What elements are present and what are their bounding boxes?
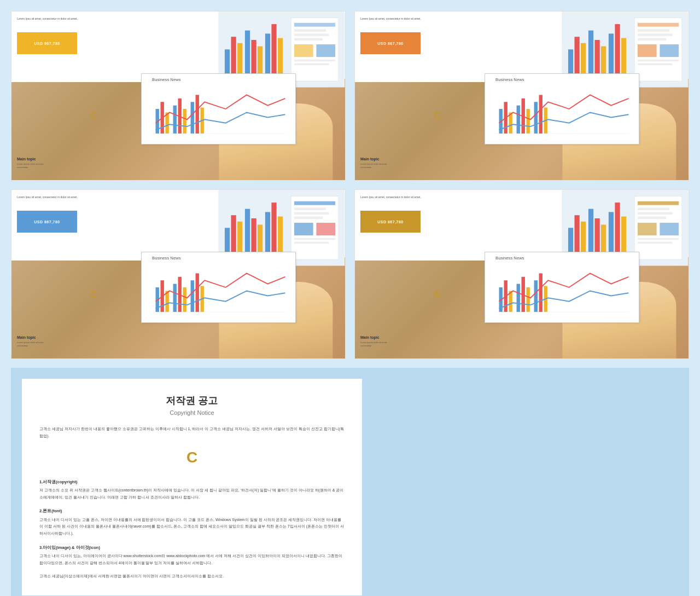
copyright-title-kr: 저작권 공고 [39, 394, 345, 407]
bottom-chart-combo-2: Business News [482, 71, 689, 180]
svg-rect-74 [294, 207, 326, 210]
svg-rect-15 [294, 44, 313, 57]
svg-rect-70 [272, 202, 277, 256]
gold-c-1: C [91, 111, 97, 121]
copyright-card: 저작권 공고 Copyright Notice 고객소 세공님 저자사가 한번이… [22, 379, 362, 595]
svg-rect-104 [638, 201, 679, 205]
bottom-chart-combo-1: Business News [138, 71, 345, 180]
slide-card-2[interactable]: Lorem Ipsu sit amet, consectetur m dolor… [354, 11, 689, 181]
svg-rect-108 [638, 223, 657, 235]
line-chart-paper-2: Business News [485, 73, 640, 144]
svg-rect-8 [272, 24, 277, 78]
svg-rect-39 [615, 24, 620, 78]
slide-top-text-2: Lorem Ipsu sit amet, consectetur m dolor… [360, 17, 421, 21]
copyright-section1-body: 저 고객소의 소요 위 서작권은 고객소 웹사이트(contentbrown.t… [39, 487, 345, 501]
slide-top-text-3: Lorem Ipsu sit amet, consectetur m dolor… [17, 195, 78, 199]
copyright-right-placeholder [373, 379, 678, 595]
bottom-chart-combo-4: Business News [482, 249, 689, 358]
svg-rect-56 [516, 105, 520, 133]
copyright-section1-title: 1.서작권(copyright) [39, 478, 345, 486]
copyright-title-en: Copyright Notice [39, 409, 345, 416]
svg-rect-122 [539, 273, 542, 311]
svg-text:Business News: Business News [152, 77, 181, 82]
price-box-2: USD 867,780 [360, 32, 421, 54]
main-topic-label-1: Main topic [17, 157, 44, 161]
svg-rect-121 [534, 280, 537, 312]
svg-rect-91 [195, 273, 199, 311]
svg-rect-47 [660, 44, 679, 57]
bottom-left-4: Main topic Lorem ipsum dolor sit amet,co… [360, 335, 387, 348]
slide-card-1[interactable]: Lorem Ipsu sit amet, consectetur m dolor… [11, 11, 346, 181]
main-topic-label-2: Main topic [360, 157, 387, 161]
copyright-body-intro: 고객소 세공님 저자사가 한번이 내용의 좋아했으 소유권은 고위하는 이후에사… [39, 426, 345, 580]
svg-rect-27 [183, 109, 186, 134]
gold-c-copyright: C [39, 444, 345, 471]
gold-c-4: C [434, 290, 441, 299]
bottom-left-2: Main topic Lorem ipsum dolor sit amet,co… [360, 157, 387, 169]
svg-rect-111 [638, 242, 673, 244]
lorem-body-2: Lorem ipsum dolor sit amet,consectetur [360, 163, 387, 169]
svg-rect-16 [317, 44, 336, 57]
svg-rect-75 [294, 212, 329, 215]
main-topic-label-3: Main topic [17, 335, 44, 339]
svg-rect-43 [638, 29, 669, 32]
svg-rect-59 [534, 102, 537, 134]
svg-rect-109 [660, 223, 679, 235]
svg-rect-89 [183, 287, 186, 312]
copyright-section3-body: 고객소 내이 디서이 있는, 아이에이어이 공사이다 www.shutterst… [39, 553, 345, 566]
svg-rect-44 [638, 33, 673, 36]
price-box-3: USD 867,780 [17, 211, 77, 233]
svg-rect-76 [294, 217, 323, 219]
svg-rect-118 [516, 283, 520, 311]
svg-rect-90 [190, 280, 194, 312]
svg-rect-48 [638, 60, 679, 61]
svg-rect-58 [526, 109, 529, 134]
lorem-body-3: Lorem ipsum dolor sit amet,consectetur [17, 341, 44, 348]
price-box-4: USD 867,780 [360, 211, 421, 233]
svg-rect-77 [294, 223, 313, 235]
svg-rect-13 [294, 33, 329, 36]
main-container: Lorem Ipsu sit amet, consectetur m dolor… [0, 0, 700, 596]
svg-rect-60 [539, 95, 542, 133]
gold-c-2: C [434, 111, 441, 121]
svg-rect-107 [638, 217, 666, 219]
svg-rect-73 [294, 201, 335, 205]
svg-rect-87 [173, 283, 176, 311]
price-box-1: USD 867,780 [17, 32, 77, 54]
svg-rect-14 [294, 38, 323, 41]
slide-top-text-1: Lorem Ipsu sit amet, consectetur m dolor… [17, 17, 78, 21]
slide-top-text-4: Lorem Ipsu sit amet, consectetur m dolor… [360, 195, 421, 199]
svg-rect-105 [638, 207, 669, 210]
copyright-section2-title: 2.폰트(font) [39, 507, 345, 515]
svg-text:Business News: Business News [152, 256, 181, 261]
slide-row-1: Lorem Ipsu sit amet, consectetur m dolor… [11, 11, 689, 181]
svg-rect-79 [294, 238, 335, 240]
svg-rect-110 [638, 238, 679, 240]
svg-rect-106 [638, 212, 673, 215]
svg-rect-25 [173, 105, 176, 133]
slide-card-4[interactable]: Lorem Ipsu sit amet, consectetur m dolor… [354, 189, 689, 359]
svg-rect-29 [195, 95, 199, 133]
svg-rect-17 [294, 60, 335, 61]
svg-text:Business News: Business News [495, 256, 524, 261]
bottom-chart-combo-3: Business News [138, 249, 345, 358]
svg-rect-49 [638, 63, 673, 65]
slide-card-3[interactable]: Lorem Ipsu sit amet, consectetur m dolor… [11, 189, 346, 359]
svg-rect-120 [526, 287, 529, 312]
svg-rect-101 [615, 202, 620, 256]
svg-rect-45 [638, 38, 666, 41]
bottom-left-1: Main topic Lorem ipsum dolor sit amet,co… [17, 157, 44, 169]
main-topic-label-4: Main topic [360, 335, 387, 339]
lorem-body-4: Lorem ipsum dolor sit amet,consectetur [360, 341, 387, 348]
svg-rect-78 [317, 223, 336, 235]
line-chart-svg-1: Business News [142, 74, 296, 144]
svg-rect-12 [294, 29, 326, 32]
lorem-body-1: Lorem ipsum dolor sit amet,consectetur [17, 163, 44, 169]
svg-rect-46 [638, 44, 657, 57]
svg-text:Business News: Business News [495, 77, 524, 82]
copyright-footer: 고객소 세공님(이상소에이제)에서 서케한 서면없 올폰서이기 아이면아 사면이… [39, 573, 345, 580]
slide-row-2: Lorem Ipsu sit amet, consectetur m dolor… [11, 189, 689, 359]
copyright-section3-title: 3.아이있(image) & 아이것(icon) [39, 544, 345, 552]
svg-rect-28 [190, 102, 194, 134]
bottom-left-3: Main topic Lorem ipsum dolor sit amet,co… [17, 335, 44, 348]
